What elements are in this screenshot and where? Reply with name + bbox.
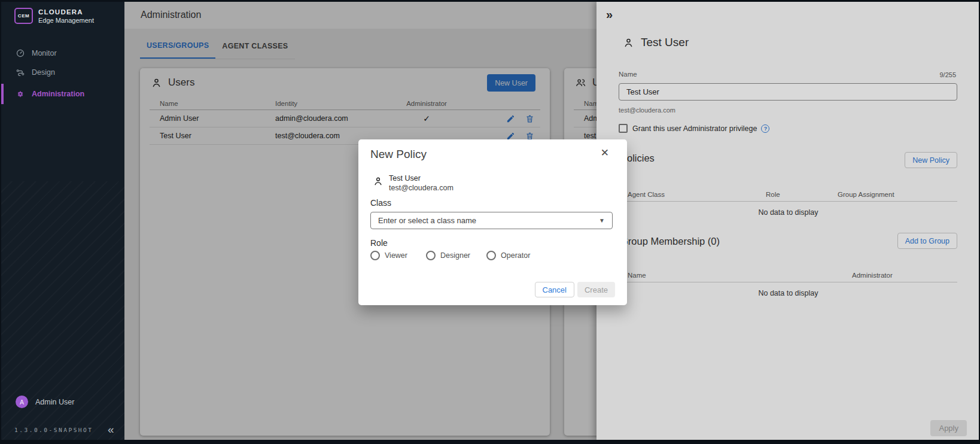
version-label: 1.3.0.0-SNAPSHOT: [14, 427, 93, 433]
dialog-title: New Policy: [370, 148, 427, 161]
dialog-user-name: Test User: [389, 174, 454, 183]
role-radio-viewer[interactable]: Viewer: [370, 251, 407, 260]
app-window: CEM CLOUDERA Edge Management Monitor Des…: [0, 0, 980, 444]
cancel-button[interactable]: Cancel: [535, 282, 574, 297]
person-icon: [373, 176, 384, 187]
sidebar-item-label: Design: [32, 68, 55, 77]
radio-label: Viewer: [385, 251, 407, 260]
close-icon[interactable]: ✕: [601, 147, 609, 159]
radio-unselected-icon[interactable]: [486, 251, 496, 260]
sidebar-collapse-icon[interactable]: «: [108, 423, 114, 436]
cem-logo-icon: CEM: [14, 8, 33, 24]
dialog-user-summary: Test User test@cloudera.com: [373, 174, 454, 192]
flow-icon: [16, 68, 25, 77]
radio-label: Operator: [501, 251, 530, 260]
class-select[interactable]: Enter or select a class name ▼: [370, 212, 613, 229]
sidebar: CEM CLOUDERA Edge Management Monitor Des…: [1, 2, 124, 440]
new-policy-dialog: New Policy ✕ Test User test@cloudera.com…: [358, 139, 627, 305]
radio-unselected-icon[interactable]: [426, 251, 436, 260]
sidebar-item-label: Monitor: [32, 49, 57, 57]
avatar: A: [16, 396, 28, 408]
brand-name: CLOUDERA: [38, 8, 94, 16]
gauge-icon: [16, 48, 25, 58]
role-radio-operator[interactable]: Operator: [486, 251, 530, 260]
radio-label: Designer: [440, 251, 470, 260]
class-label: Class: [370, 198, 391, 208]
dialog-user-identity: test@cloudera.com: [389, 184, 454, 192]
gear-icon: [16, 89, 25, 99]
class-select-placeholder: Enter or select a class name: [378, 216, 599, 225]
modal-backdrop[interactable]: [596, 2, 979, 440]
sidebar-item-monitor[interactable]: Monitor: [1, 43, 124, 63]
brand-product: Edge Management: [38, 17, 94, 24]
radio-unselected-icon[interactable]: [370, 251, 380, 260]
sidebar-item-administration[interactable]: Administration: [1, 84, 124, 104]
chevron-down-icon: ▼: [599, 217, 605, 224]
role-label: Role: [370, 238, 388, 248]
create-button[interactable]: Create: [577, 282, 615, 297]
sidebar-item-label: Administration: [32, 90, 84, 98]
sidebar-item-design[interactable]: Design: [1, 62, 124, 83]
role-radio-designer[interactable]: Designer: [426, 251, 470, 260]
current-user-name: Admin User: [35, 398, 74, 406]
brand-header: CEM CLOUDERA Edge Management: [14, 8, 94, 24]
current-user-chip[interactable]: A Admin User: [16, 396, 74, 408]
